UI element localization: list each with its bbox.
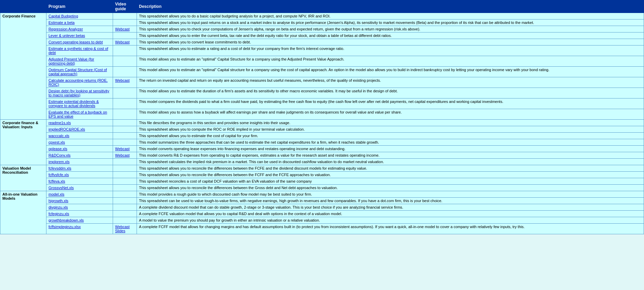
program-cell: Convert operating leases to debt <box>46 39 113 45</box>
description-cell: A model to value the premium you should … <box>137 217 644 224</box>
video-link[interactable]: Webcast <box>115 27 130 31</box>
program-link[interactable]: oplease.xls <box>48 147 67 151</box>
video-link[interactable]: Webcast <box>115 147 130 151</box>
program-cell: divginzu.xls <box>46 204 113 211</box>
video-cell <box>113 172 137 178</box>
program-link[interactable]: impliedROC&ROE.xls <box>48 127 85 131</box>
video-cell <box>113 185 137 191</box>
program-link[interactable]: Design debt (by looking at sensitivity t… <box>48 89 109 97</box>
program-link[interactable]: fcfeginzu.xls <box>48 212 69 216</box>
video-cell <box>113 56 137 67</box>
video-cell <box>113 45 137 56</box>
video-cell <box>113 165 137 172</box>
program-cell: Estimate a beta <box>46 19 113 26</box>
program-link[interactable]: Lever & unlever betas <box>48 34 85 38</box>
video-cell <box>113 191 137 198</box>
video-cell <box>113 139 137 146</box>
program-cell: fcffeva.xls <box>46 178 113 185</box>
program-link[interactable]: cpxest.xls <box>48 140 65 144</box>
video-cell <box>113 19 137 26</box>
description-cell: This spreadsheet allows you to reconcile… <box>137 172 644 178</box>
program-link[interactable]: Estimate a synthetic rating & cost of de… <box>48 47 108 55</box>
program-cell: Optimum Capital Structure (Cost of capit… <box>46 67 113 77</box>
header-category <box>0 0 46 13</box>
category-cell: Corporate finance & Valuation: Inputs <box>0 120 46 165</box>
description-cell: This spreadsheet allows you to compute t… <box>137 126 644 133</box>
category-cell: Valuation Model Reconciliation <box>0 165 46 191</box>
video-cell: Webcast <box>113 77 137 88</box>
description-cell: This model allows you to estimate an "op… <box>137 56 644 67</box>
video-cell <box>113 159 137 165</box>
description-cell: This spreadsheet allows you to input pas… <box>137 19 644 26</box>
program-cell: fcfeginzu.xls <box>46 211 113 217</box>
program-cell: implprem.xls <box>46 159 113 165</box>
slides-link[interactable]: Slides <box>115 229 125 233</box>
program-link[interactable]: Convert operating leases to debt <box>48 40 103 44</box>
header-program: Program <box>46 0 113 13</box>
video-link[interactable]: Webcast <box>115 225 130 229</box>
program-link[interactable]: GrossvsNet.xls <box>48 186 74 190</box>
program-link[interactable]: Optimum Capital Structure (Cost of capit… <box>48 68 107 76</box>
program-link[interactable]: divginzu.xls <box>48 205 68 209</box>
program-link[interactable]: Regression Analyzer <box>48 27 83 31</box>
category-cell: All-in-one Valuation Models <box>0 191 46 234</box>
description-cell: This model allows you to assess how a bu… <box>137 109 644 120</box>
program-link[interactable]: Calculate accounting returns (ROE, ROIC) <box>48 78 108 87</box>
program-link[interactable]: implprem.xls <box>48 160 70 164</box>
program-cell: fcfevsddm.xls <box>46 165 113 172</box>
program-link[interactable]: fcffsimpleginzu.xlsx <box>48 225 81 229</box>
program-cell: Calculate accounting returns (ROE, ROIC) <box>46 77 113 88</box>
description-cell: This spreadsheet can be used to value to… <box>137 198 644 204</box>
program-link[interactable]: Evaluate the effect of a buyback on EPS … <box>48 110 107 118</box>
video-link[interactable]: Webcast <box>115 40 130 44</box>
video-cell <box>113 32 137 39</box>
program-cell: Regression Analyzer <box>46 26 113 32</box>
program-cell: R&DConv.xls <box>46 152 113 159</box>
description-cell: This file describes the programs in this… <box>137 120 644 126</box>
program-cell: Evaluate the effect of a buyback on EPS … <box>46 109 113 120</box>
program-link[interactable]: Adjusted Present Value (for optimizing d… <box>48 57 94 65</box>
video-cell: Webcast <box>113 39 137 45</box>
program-link[interactable]: higrowth.xls <box>48 199 68 203</box>
video-cell <box>113 126 137 133</box>
description-cell: This spreadsheet calculates the implied … <box>137 159 644 165</box>
video-link[interactable]: Webcast <box>115 153 130 157</box>
video-cell <box>113 13 137 19</box>
description-cell: A complete FCFE valuation model that all… <box>137 211 644 217</box>
video-cell <box>113 204 137 211</box>
description-cell: This spreadsheet allows you to estimate … <box>137 133 644 139</box>
program-cell: readme1s.xls <box>46 120 113 126</box>
category-cell: Corporate Finance <box>0 13 46 120</box>
program-link[interactable]: fcffvsfcfe.xls <box>48 173 69 177</box>
video-cell: Webcast <box>113 26 137 32</box>
video-cell: WebcastSlides <box>113 224 137 234</box>
description-cell: This model summarizes the three approach… <box>137 139 644 146</box>
description-cell: This spreadsheet allows you to convert l… <box>137 39 644 45</box>
program-link[interactable]: growthbreakdown.xls <box>48 218 84 222</box>
description-cell: The return on invested capital and retur… <box>137 77 644 88</box>
program-link[interactable]: Capital Budgeting <box>48 14 78 18</box>
video-cell: Webcast <box>113 146 137 152</box>
program-link[interactable]: Estimate a beta <box>48 21 74 25</box>
header-video: Video guide <box>113 0 137 13</box>
program-cell: Adjusted Present Value (for optimizing d… <box>46 56 113 67</box>
program-cell: GrossvsNet.xls <box>46 185 113 191</box>
video-cell <box>113 120 137 126</box>
program-link[interactable]: R&DConv.xls <box>48 153 71 157</box>
program-link[interactable]: fcffeva.xls <box>48 179 65 183</box>
program-link[interactable]: wacccalc.xls <box>48 134 69 138</box>
description-cell: This model converts operating lease expe… <box>137 146 644 152</box>
program-cell: higrowth.xls <box>46 198 113 204</box>
description-cell: This spreadsheet allows you to reconcile… <box>137 185 644 191</box>
program-cell: impliedROC&ROE.xls <box>46 126 113 133</box>
program-cell: growthbreakdown.xls <box>46 217 113 224</box>
program-link[interactable]: fcfevsddm.xls <box>48 166 71 170</box>
program-link[interactable]: Estimate potential dividends & compare t… <box>48 100 99 108</box>
program-link[interactable]: model.xls <box>48 192 64 196</box>
program-link[interactable]: readme1s.xls <box>48 121 71 125</box>
description-cell: This spreadsheet allows you to reconcile… <box>137 165 644 172</box>
program-cell: Estimate a synthetic rating & cost of de… <box>46 45 113 56</box>
video-link[interactable]: Webcast <box>115 78 130 82</box>
program-cell: model.xls <box>46 191 113 198</box>
description-cell: A complete FCFF model that allows for ch… <box>137 224 644 234</box>
